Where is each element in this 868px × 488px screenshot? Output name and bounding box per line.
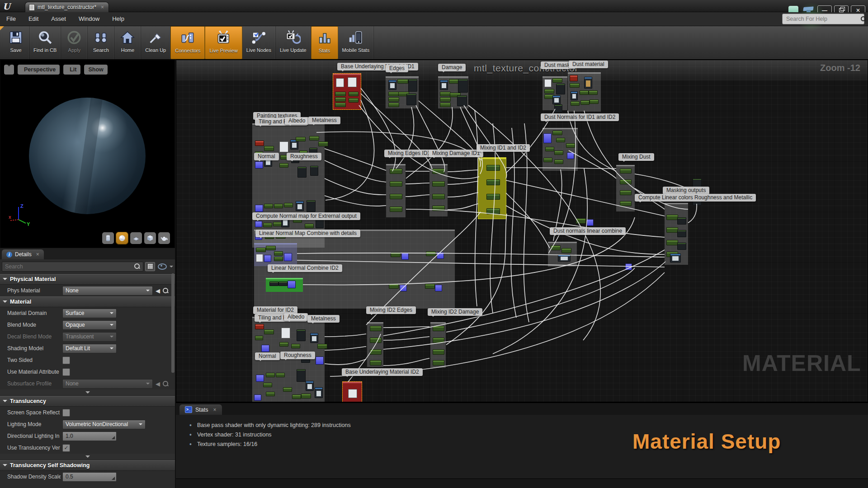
graph-node[interactable] bbox=[570, 83, 580, 88]
graph-node[interactable] bbox=[370, 349, 382, 355]
graph-node[interactable] bbox=[266, 246, 276, 250]
graph-node[interactable] bbox=[388, 103, 399, 107]
dropdown-phys-material[interactable]: None bbox=[62, 286, 153, 296]
section-expander[interactable] bbox=[0, 454, 175, 460]
graph-node[interactable] bbox=[264, 329, 274, 334]
preview-shape-cube-button[interactable] bbox=[144, 232, 156, 244]
viewport-perspective-button[interactable]: Perspective bbox=[18, 65, 60, 75]
graph-node[interactable] bbox=[432, 194, 445, 199]
view-options-eye-icon[interactable] bbox=[158, 263, 167, 270]
comment-label-mixing-id2-damage[interactable]: Mixing ID2 Damage bbox=[428, 308, 482, 316]
graph-node[interactable] bbox=[292, 394, 301, 399]
graph-node[interactable] bbox=[255, 205, 263, 212]
section-header-translucency[interactable]: Translucency bbox=[0, 396, 175, 407]
graph-node[interactable] bbox=[388, 80, 396, 90]
graph-node[interactable] bbox=[571, 101, 580, 106]
graph-node[interactable] bbox=[276, 373, 285, 377]
graph-node[interactable] bbox=[291, 344, 300, 348]
comment-label-roughness[interactable]: Roughness bbox=[280, 352, 315, 359]
graph-node[interactable] bbox=[297, 369, 306, 382]
graph-node[interactable] bbox=[432, 169, 445, 174]
comment-label-dust-normals-linear-combine[interactable]: Dust normals linear combine bbox=[550, 227, 626, 235]
graph-node[interactable] bbox=[556, 84, 565, 94]
stats-tab[interactable]: >_ Stats × bbox=[179, 404, 222, 415]
graph-node[interactable] bbox=[370, 338, 382, 343]
stats-button[interactable]: Stats bbox=[311, 26, 338, 59]
graph-node[interactable] bbox=[255, 141, 264, 146]
clean-up-button[interactable]: Clean Up bbox=[141, 26, 170, 59]
stats-tab-close-icon[interactable]: × bbox=[213, 407, 217, 413]
viewport-options-button[interactable] bbox=[4, 65, 14, 75]
graph-node[interactable] bbox=[486, 179, 500, 185]
comment-label-linear-normal-map-combine-with-details[interactable]: Linear Normal Map Combine with details bbox=[255, 230, 360, 237]
graph-node[interactable] bbox=[274, 257, 283, 261]
live-nodes-button[interactable]: Live Nodes bbox=[242, 26, 276, 59]
comment-label-albedo[interactable]: Albedo bbox=[285, 117, 309, 125]
graph-node[interactable] bbox=[264, 255, 271, 262]
graph-node[interactable] bbox=[335, 92, 346, 96]
dropdown-subsurface-profile[interactable]: None bbox=[62, 379, 153, 389]
comment-label-mixing-damage-id1[interactable]: Mixing Damage ID1 bbox=[429, 150, 483, 157]
graph-node[interactable] bbox=[552, 78, 562, 83]
graph-node[interactable] bbox=[620, 190, 632, 195]
graph-node[interactable] bbox=[261, 345, 269, 352]
graph-node[interactable] bbox=[552, 131, 562, 135]
graph-node[interactable] bbox=[288, 281, 296, 288]
comment-label-dust-material[interactable]: Dust material bbox=[569, 61, 608, 68]
home-button[interactable]: Home bbox=[114, 26, 141, 59]
graph-node[interactable] bbox=[400, 285, 407, 291]
graph-node[interactable] bbox=[297, 329, 306, 341]
graph-node[interactable] bbox=[263, 383, 272, 387]
graph-node[interactable] bbox=[390, 169, 402, 174]
browse-asset-icon[interactable] bbox=[163, 381, 169, 387]
graph-node[interactable] bbox=[370, 326, 382, 331]
checkbox-use-translucency-ver[interactable]: ✓ bbox=[62, 444, 70, 452]
search-button[interactable]: Search bbox=[88, 26, 114, 59]
graph-node[interactable] bbox=[666, 240, 678, 245]
graph-node[interactable] bbox=[310, 333, 318, 343]
graph-node[interactable] bbox=[390, 206, 402, 212]
graph-node[interactable] bbox=[397, 79, 408, 84]
dropdown-decal-blend-mode[interactable]: Translucent bbox=[62, 332, 117, 342]
save-button[interactable]: Save bbox=[3, 26, 29, 59]
comment-label-normal[interactable]: Normal bbox=[254, 153, 279, 160]
graph-node[interactable] bbox=[543, 158, 552, 162]
browse-asset-icon[interactable] bbox=[163, 288, 169, 294]
checkbox-use-material-attribute[interactable] bbox=[62, 368, 70, 376]
graph-node[interactable] bbox=[440, 80, 448, 90]
graph-node[interactable] bbox=[263, 223, 272, 227]
graph-node[interactable] bbox=[389, 284, 399, 289]
use-selected-asset-icon[interactable]: ◀ bbox=[156, 288, 160, 294]
use-selected-asset-icon[interactable]: ◀ bbox=[156, 381, 160, 387]
preview-shape-sphere-button[interactable] bbox=[116, 232, 128, 244]
graph-node[interactable] bbox=[580, 90, 589, 95]
graph-node[interactable] bbox=[545, 147, 554, 151]
section-header-material[interactable]: Material bbox=[0, 296, 175, 307]
comment-label-roughness[interactable]: Roughness bbox=[287, 153, 321, 160]
graph-node[interactable] bbox=[266, 373, 275, 377]
comment-label-metalness[interactable]: Metalness bbox=[308, 117, 340, 124]
comment-label-masking-outputs[interactable]: Masking outputs bbox=[663, 187, 709, 194]
viewport-show-button[interactable]: Show bbox=[84, 65, 107, 75]
graph-node[interactable] bbox=[273, 222, 282, 226]
comment-label-damage[interactable]: Damage bbox=[438, 64, 466, 71]
comment-label-albedo[interactable]: Albedo bbox=[284, 313, 308, 321]
section-header-translucency-self-shadowing[interactable]: Translucency Self Shadowing bbox=[0, 460, 175, 471]
comment-label-mixing-id2-edges[interactable]: Mixing ID2 Edges bbox=[366, 306, 416, 314]
graph-node[interactable] bbox=[301, 394, 311, 399]
graph-node[interactable] bbox=[567, 152, 574, 159]
graph-node[interactable] bbox=[580, 100, 590, 105]
graph-node[interactable] bbox=[544, 89, 554, 94]
graph-node[interactable] bbox=[440, 92, 451, 96]
graph-node[interactable] bbox=[279, 141, 288, 152]
graph-node[interactable] bbox=[440, 97, 451, 102]
graph-node[interactable] bbox=[554, 150, 563, 155]
graph-node[interactable] bbox=[391, 252, 401, 257]
menu-item-help[interactable]: Help bbox=[106, 12, 131, 26]
material-preview-sphere[interactable] bbox=[29, 98, 146, 214]
graph-node[interactable] bbox=[315, 387, 323, 398]
graph-node[interactable] bbox=[310, 166, 318, 176]
graph-node[interactable] bbox=[348, 389, 357, 398]
graph-node[interactable] bbox=[571, 91, 578, 100]
graph-node[interactable] bbox=[486, 194, 500, 200]
